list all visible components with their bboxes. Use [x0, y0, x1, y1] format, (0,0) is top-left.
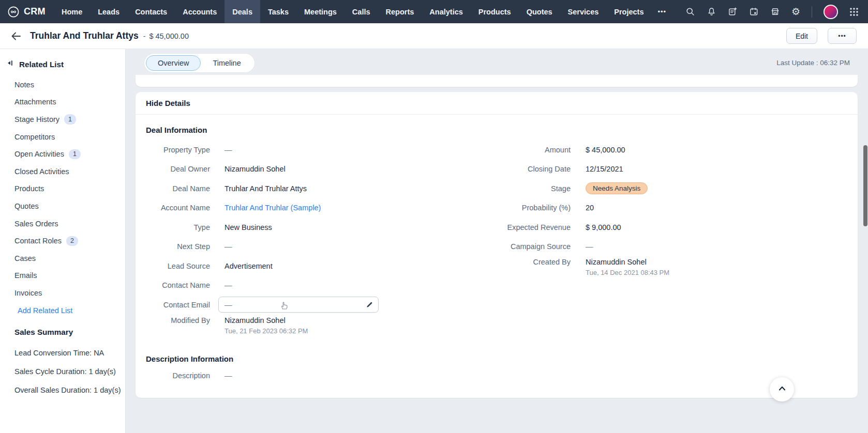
field-row-deal-name: Deal Name Truhlar And Truhlar Attys	[146, 179, 487, 198]
sidebar-item-cases[interactable]: Cases	[14, 250, 125, 267]
field-value: 12/15/2021	[586, 165, 623, 173]
field-label: Modified By	[146, 316, 210, 324]
nav-item-meetings[interactable]: Meetings	[296, 0, 345, 23]
field-value: Truhlar And Truhlar Attys	[225, 184, 307, 193]
tab-timeline[interactable]: Timeline	[201, 55, 252, 71]
sidebar-item-sales-orders[interactable]: Sales Orders	[14, 215, 125, 233]
sidebar-item-products[interactable]: Products	[14, 180, 125, 198]
search-icon[interactable]	[685, 7, 695, 17]
settings-gear-icon[interactable]: ⚙	[791, 7, 800, 17]
scroll-to-top-button[interactable]	[770, 377, 794, 401]
field-label: Campaign Source	[487, 242, 571, 251]
nav-item-products[interactable]: Products	[471, 0, 519, 23]
vertical-scrollbar-thumb[interactable]	[863, 145, 867, 226]
field-row-closing-date: Closing Date 12/15/2021	[487, 160, 847, 179]
navbar-divider	[812, 6, 812, 18]
field-value: New Business	[225, 223, 272, 231]
sidebar-item-contact-roles[interactable]: Contact Roles2	[14, 232, 125, 250]
field-row-contact-email: Contact Email —	[146, 295, 487, 315]
deal-amount-header: $ 45,000.00	[149, 32, 189, 40]
sidebar-item-emails[interactable]: Emails	[14, 267, 125, 285]
related-list-sidebar: Related List Notes Attachments Stage His…	[0, 49, 126, 433]
view-tabs: Overview Timeline	[144, 54, 255, 72]
field-row-type: Type New Business	[146, 218, 487, 237]
count-badge: 1	[69, 149, 81, 159]
deal-title: Truhlar And Truhlar Attys	[30, 30, 139, 41]
field-value: —	[225, 301, 232, 309]
user-avatar[interactable]	[824, 5, 838, 19]
sidebar-item-invoices[interactable]: Invoices	[14, 284, 125, 302]
nav-item-leads[interactable]: Leads	[90, 0, 127, 23]
created-by-timestamp: Tue, 14 Dec 2021 08:43 PM	[586, 269, 669, 276]
field-label: Lead Source	[146, 262, 210, 270]
field-label: Contact Email	[146, 301, 210, 309]
details-card-body: Deal Information Property Type — Deal Ow…	[136, 126, 858, 385]
deal-information-heading: Deal Information	[146, 126, 847, 134]
field-value-group: Nizamuddin Sohel Tue, 14 Dec 2021 08:43 …	[586, 258, 669, 276]
overall-sales-duration: Overall Sales Duration: 1 day(s)	[14, 381, 125, 399]
field-label: Type	[146, 223, 210, 231]
last-update-timestamp: Last Update : 06:32 PM	[776, 59, 850, 67]
notifications-bell-icon[interactable]	[707, 7, 716, 17]
field-value: —	[225, 242, 232, 251]
tab-overview[interactable]: Overview	[146, 55, 201, 71]
edit-pencil-icon[interactable]	[366, 301, 373, 311]
nav-item-calls[interactable]: Calls	[345, 0, 378, 23]
sidebar-item-attachments[interactable]: Attachments	[14, 94, 125, 111]
field-label: Description	[146, 372, 210, 380]
field-value: $ 9,000.00	[586, 223, 621, 231]
field-label: Property Type	[146, 146, 210, 154]
sidebar-item-competitors[interactable]: Competitors	[14, 128, 125, 146]
top-navbar: CRM Home Leads Contacts Accounts Deals T…	[0, 0, 868, 23]
related-list-title: Related List	[19, 60, 64, 69]
nav-item-quotes[interactable]: Quotes	[519, 0, 560, 23]
field-row-contact-name: Contact Name —	[146, 276, 487, 296]
field-row-lead-source: Lead Source Advertisement	[146, 256, 487, 276]
sidebar-item-quotes[interactable]: Quotes	[14, 197, 125, 215]
nav-item-projects[interactable]: Projects	[606, 0, 651, 23]
created-by-name: Nizamuddin Sohel	[586, 258, 669, 266]
apps-grid-icon[interactable]	[849, 7, 859, 17]
nav-overflow-button[interactable]: •••	[652, 0, 673, 23]
title-separator: -	[143, 32, 146, 40]
field-value: Needs Analysis	[586, 182, 648, 194]
back-arrow-icon[interactable]	[10, 30, 22, 42]
calendar-icon[interactable]	[749, 7, 759, 17]
sidebar-item-closed-activities[interactable]: Closed Activities	[14, 163, 125, 180]
field-label: Account Name	[146, 204, 210, 212]
add-related-list-link[interactable]: Add Related List	[18, 302, 125, 319]
edit-button[interactable]: Edit	[786, 28, 817, 44]
more-actions-button[interactable]: •••	[828, 28, 857, 44]
modified-by-timestamp: Tue, 21 Feb 2023 06:32 PM	[225, 327, 308, 335]
nav-item-accounts[interactable]: Accounts	[175, 0, 225, 23]
marketplace-store-icon[interactable]	[770, 7, 780, 17]
field-label: Contact Name	[146, 281, 210, 289]
nav-item-services[interactable]: Services	[560, 0, 607, 23]
collapse-panel-icon[interactable]	[6, 59, 13, 69]
contact-email-inline-edit[interactable]: —	[218, 297, 379, 313]
field-value: —	[225, 372, 232, 380]
hide-details-toggle[interactable]: Hide Details	[136, 92, 858, 115]
sidebar-item-stage-history[interactable]: Stage History1	[14, 111, 125, 128]
field-label: Probability (%)	[487, 204, 571, 212]
nav-item-deals[interactable]: Deals	[225, 0, 260, 23]
field-value: $ 45,000.00	[586, 146, 625, 154]
field-row-property-type: Property Type —	[146, 140, 487, 160]
compose-note-icon[interactable]	[728, 7, 738, 17]
count-badge: 2	[66, 236, 78, 246]
related-list-items: Notes Attachments Stage History1 Competi…	[0, 76, 125, 302]
account-name-link[interactable]: Truhlar And Truhlar (Sample)	[225, 204, 321, 212]
crm-brand[interactable]: CRM	[7, 6, 46, 18]
hand-cursor-icon	[280, 300, 289, 312]
nav-item-tasks[interactable]: Tasks	[260, 0, 296, 23]
nav-item-analytics[interactable]: Analytics	[422, 0, 470, 23]
nav-menu: Home Leads Contacts Accounts Deals Tasks…	[54, 0, 672, 23]
nav-item-home[interactable]: Home	[54, 0, 90, 23]
details-card: Hide Details Deal Information Property T…	[136, 92, 858, 398]
nav-item-reports[interactable]: Reports	[378, 0, 422, 23]
related-list-header: Related List	[0, 49, 125, 69]
nav-item-contacts[interactable]: Contacts	[127, 0, 175, 23]
field-value: Nizamuddin Sohel	[225, 165, 286, 173]
sidebar-item-notes[interactable]: Notes	[14, 76, 125, 94]
sidebar-item-open-activities[interactable]: Open Activities1	[14, 145, 125, 163]
